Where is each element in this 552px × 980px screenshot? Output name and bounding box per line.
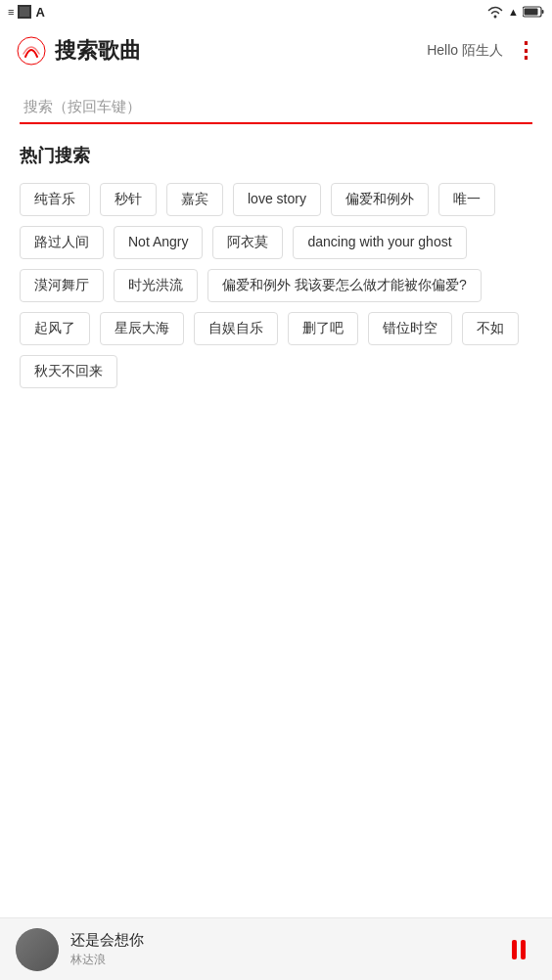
hot-search-tag[interactable]: 路过人间 (20, 226, 104, 259)
player-controls[interactable] (501, 932, 536, 967)
header: 搜索歌曲 Hello 陌生人 ⋮ (0, 23, 552, 78)
hot-search-section: 热门搜索 纯音乐秒针嘉宾love story偏爱和例外唯一路过人间Not Ang… (0, 136, 552, 396)
hot-search-tag[interactable]: dancing with your ghost (293, 226, 466, 259)
status-right: ▲ (486, 5, 544, 19)
more-menu-button[interactable]: ⋮ (515, 38, 536, 64)
hot-search-tag[interactable]: 起风了 (20, 312, 90, 345)
hot-search-tag[interactable]: 纯音乐 (20, 183, 90, 216)
tags-container: 纯音乐秒针嘉宾love story偏爱和例外唯一路过人间Not Angry阿衣莫… (20, 183, 532, 388)
status-bar: ≡ A ▲ (0, 0, 552, 23)
hot-search-tag[interactable]: 删了吧 (288, 312, 358, 345)
hello-label: Hello 陌生人 (427, 42, 503, 60)
hot-search-tag[interactable]: 不如 (462, 312, 519, 345)
hot-search-tag[interactable]: 时光洪流 (114, 269, 198, 302)
app-logo-icon (16, 35, 47, 67)
hot-search-tag[interactable]: 秋天不回来 (20, 355, 117, 388)
player-info: 还是会想你 林达浪 (70, 931, 501, 968)
hot-search-tag[interactable]: 秒针 (100, 183, 157, 216)
hot-search-tag[interactable]: 阿衣莫 (212, 226, 283, 259)
hot-search-tag[interactable]: 偏爱和例外 (331, 183, 429, 216)
album-art-image (16, 928, 59, 971)
page-title: 搜索歌曲 (55, 36, 141, 66)
search-section (0, 78, 552, 136)
battery-icon (523, 6, 544, 18)
search-input[interactable] (20, 90, 532, 124)
a-icon: A (35, 5, 44, 20)
hot-search-tag[interactable]: 错位时空 (368, 312, 452, 345)
pause-button[interactable] (501, 932, 536, 967)
svg-rect-1 (542, 10, 544, 14)
status-left: ≡ A (8, 5, 45, 20)
song-title: 还是会想你 (70, 931, 501, 950)
song-artist: 林达浪 (70, 952, 501, 968)
hot-search-tag[interactable]: 嘉宾 (166, 183, 223, 216)
hot-search-tag[interactable]: Not Angry (114, 226, 203, 259)
album-art (16, 928, 59, 971)
svg-rect-2 (525, 9, 538, 16)
header-right: Hello 陌生人 ⋮ (427, 38, 536, 64)
hot-search-tag[interactable]: love story (233, 183, 321, 216)
pause-icon (512, 940, 526, 959)
pause-bar-left (512, 940, 517, 959)
hot-search-tag[interactable]: 星辰大海 (100, 312, 184, 345)
signal-icon: ▲ (508, 6, 519, 18)
square-icon (18, 5, 31, 19)
hot-search-tag[interactable]: 唯一 (438, 183, 495, 216)
bottom-player: 还是会想你 林达浪 (0, 917, 552, 980)
wifi-icon (486, 5, 504, 19)
hot-search-tag[interactable]: 偏爱和例外 我该要怎么做才能被你偏爱? (207, 269, 482, 302)
header-left: 搜索歌曲 (16, 35, 141, 67)
hot-search-tag[interactable]: 自娱自乐 (194, 312, 278, 345)
pause-bar-right (521, 940, 526, 959)
menu-icon-status: ≡ (8, 6, 14, 18)
hot-search-tag[interactable]: 漠河舞厅 (20, 269, 104, 302)
hot-search-title: 热门搜索 (20, 144, 532, 167)
